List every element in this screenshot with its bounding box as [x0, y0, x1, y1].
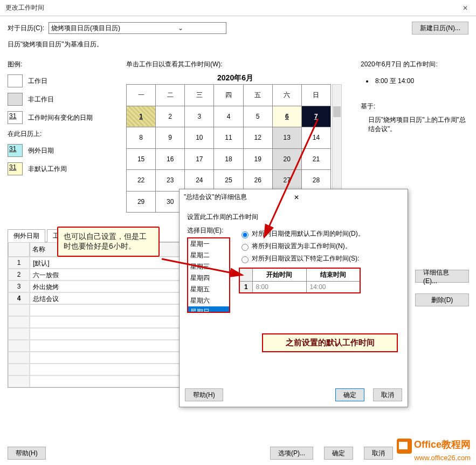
legend-onthis: 在此日历上: — [8, 129, 115, 139]
legend: 图例: 工作日 非工作日 31工作时间有变化的日期 在此日历上: 31例外日期 … — [8, 60, 115, 213]
legend-exception-label: 例外日期 — [28, 146, 54, 155]
legend-workday-label: 工作日 — [28, 77, 47, 86]
day-listbox[interactable]: 星期一 星期二 星期三 星期四 星期五 星期六 星期日 — [187, 237, 230, 313]
radio-nonworking[interactable]: 将所列日期设置为非工作时间(N)。 — [239, 242, 400, 251]
swatch-nondefault: 31 — [8, 162, 23, 175]
cal-day[interactable]: 5 — [243, 106, 272, 127]
cal-day[interactable]: 3 — [185, 106, 214, 127]
legend-changed-label: 工作时间有变化的日期 — [28, 113, 93, 122]
cal-day[interactable]: 2 — [156, 106, 185, 127]
based-on-detail: 日历"烧烤项目日历"上的工作周"总结会议"。 — [361, 115, 468, 134]
for-calendar-label: 对于日历(C): — [8, 24, 44, 33]
cal-day[interactable]: 6 — [272, 106, 301, 127]
base-calendar-note: 日历"烧烤项目日历"为基准日历。 — [8, 40, 468, 49]
swatch-exception: 31 — [8, 144, 23, 157]
chevron-down-icon: ⌄ — [137, 24, 224, 32]
start-time-cell[interactable]: 8:00 — [252, 282, 306, 293]
details-button[interactable]: 详细信息(E)... — [415, 270, 469, 283]
working-hours: 8:00 至 14:00 — [366, 77, 468, 86]
cal-day-selected[interactable]: 7 — [301, 106, 330, 127]
legend-nondefault-label: 非默认工作周 — [28, 165, 67, 174]
close-icon[interactable]: ✕ — [294, 194, 404, 201]
set-workweek-label: 设置此工作周的工作时间 — [187, 213, 400, 222]
legend-heading: 图例: — [8, 60, 115, 69]
close-icon[interactable]: ✕ — [460, 3, 471, 13]
time-table[interactable]: 开始时间结束时间 18:0014:00 — [239, 268, 361, 293]
calendar-heading: 单击工作日以查看其工作时间(W): — [126, 60, 344, 69]
cal-day[interactable]: 1 — [127, 106, 156, 127]
help-button[interactable]: 帮助(H) — [8, 447, 46, 460]
based-on-label: 基于: — [361, 102, 468, 111]
swatch-workday — [8, 74, 23, 87]
calendar-combo-value: 烧烤项目日历(项目日历) — [51, 24, 137, 33]
radio-default[interactable]: 对所列日期使用默认工作周的时间(D)。 — [239, 229, 400, 238]
office-icon — [397, 439, 412, 454]
delete-button[interactable]: 删除(D) — [415, 293, 469, 306]
radio-specific[interactable]: 对所列日期设置以下特定工作时间(S): — [239, 254, 400, 263]
select-day-label: 选择日期(E): — [187, 226, 230, 235]
end-time-cell[interactable]: 14:00 — [306, 282, 360, 293]
options-button[interactable]: 选项(P)... — [270, 447, 313, 460]
modal-ok-button[interactable]: 确定 — [335, 388, 364, 401]
swatch-changed: 31 — [8, 111, 23, 124]
day-info-heading: 2020年6月7日 的工作时间: — [361, 60, 468, 69]
window-title: 更改工作时间 — [5, 3, 460, 12]
calendar-combo[interactable]: 烧烤项目日历(项目日历) ⌄ — [49, 22, 226, 34]
modal-cancel-button[interactable]: 取消 — [373, 388, 402, 401]
swatch-nonworkday — [8, 93, 23, 106]
watermark: Office教程网 www.office26.com — [397, 438, 471, 462]
day-selected[interactable]: 星期日 — [188, 306, 229, 313]
calendar-month-title: 2020年6月 — [126, 73, 344, 83]
scrollbar-thumb[interactable] — [333, 106, 341, 117]
legend-nonworkday-label: 非工作日 — [28, 95, 54, 104]
callout-note-2: 之前设置的默认工作时间 — [262, 333, 398, 352]
callout-note-1: 也可以自己设置，但是工时也要恰好是6小时。 — [57, 227, 160, 257]
new-calendar-button[interactable]: 新建日历(N)... — [412, 22, 468, 35]
dialog-title: "总结会议"的详细信息 — [184, 193, 294, 202]
tab-exceptions[interactable]: 例外日期 — [8, 229, 45, 242]
titlebar: 更改工作时间 ✕ — [0, 0, 476, 16]
modal-help-button[interactable]: 帮助(H) — [185, 388, 223, 401]
cancel-button[interactable]: 取消 — [364, 447, 393, 460]
details-dialog: "总结会议"的详细信息 ✕ 设置此工作周的工作时间 选择日期(E): 星期一 星… — [179, 189, 408, 407]
ok-button[interactable]: 确定 — [324, 447, 353, 460]
cal-day[interactable]: 4 — [214, 106, 243, 127]
